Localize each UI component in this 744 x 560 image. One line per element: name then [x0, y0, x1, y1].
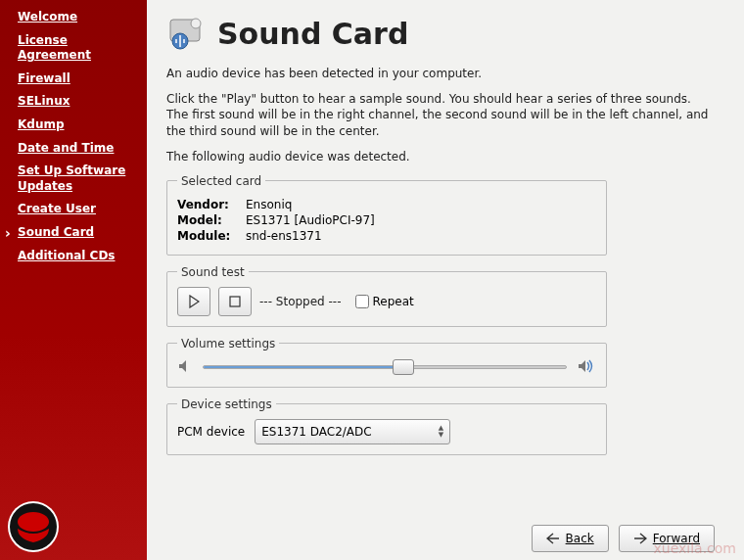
sidebar-item-welcome[interactable]: Welcome	[0, 6, 147, 29]
description-line-1: An audio device has been detected in you…	[166, 66, 715, 81]
volume-high-icon	[577, 358, 596, 377]
sound-card-icon	[166, 12, 208, 56]
stop-button[interactable]	[218, 287, 252, 316]
back-label: Back	[566, 532, 594, 545]
sidebar-item-date-time[interactable]: Date and Time	[0, 137, 147, 161]
forward-label: Forward	[653, 532, 700, 545]
page-header: Sound Card	[166, 12, 715, 56]
forward-button[interactable]: Forward	[619, 525, 715, 552]
model-value: ES1371 [AudioPCI-97]	[246, 213, 596, 227]
model-label: Model:	[177, 213, 246, 227]
module-value: snd-ens1371	[246, 229, 596, 243]
device-settings-group: Device settings PCM device ES1371 DAC2/A…	[166, 397, 607, 455]
sound-test-legend: Sound test	[177, 265, 249, 279]
play-button[interactable]	[177, 287, 210, 316]
device-legend: Device settings	[177, 397, 276, 411]
vendor-label: Vendor:	[177, 198, 246, 211]
sound-test-group: Sound test --- Stopped --- Repeat	[166, 265, 607, 327]
stop-icon	[229, 296, 241, 307]
sidebar: Welcome License Agreement Firewall SELin…	[0, 0, 147, 560]
back-button[interactable]: Back	[532, 525, 609, 552]
svg-rect-6	[230, 297, 240, 306]
sidebar-item-firewall[interactable]: Firewall	[0, 68, 147, 91]
vendor-value: Ensoniq	[246, 198, 596, 211]
module-label: Module:	[177, 229, 246, 243]
description-line-3: The following audio device was detected.	[166, 149, 715, 164]
footer-nav: Back Forward	[166, 517, 715, 552]
combo-arrows-icon: ▲▼	[439, 425, 443, 439]
volume-legend: Volume settings	[177, 337, 279, 350]
pcm-device-label: PCM device	[177, 425, 245, 439]
svg-point-5	[191, 19, 201, 28]
pcm-device-combo[interactable]: ES1371 DAC2/ADC ▲▼	[255, 419, 450, 444]
sidebar-item-selinux[interactable]: SELinux	[0, 90, 147, 114]
sidebar-item-create-user[interactable]: Create User	[0, 198, 147, 221]
page-title: Sound Card	[217, 17, 408, 51]
repeat-label: Repeat	[373, 295, 414, 308]
arrow-right-icon	[633, 533, 647, 544]
volume-low-icon	[177, 358, 193, 377]
volume-slider[interactable]	[203, 365, 567, 369]
volume-settings-group: Volume settings	[166, 337, 607, 388]
play-icon	[188, 295, 200, 308]
svg-point-2	[18, 512, 49, 532]
main-content: Sound Card An audio device has been dete…	[147, 0, 744, 560]
sound-test-status: --- Stopped ---	[259, 295, 342, 308]
arrow-left-icon	[546, 533, 560, 544]
description-line-2: Click the "Play" button to hear a sample…	[166, 91, 715, 139]
sidebar-item-license[interactable]: License Agreement	[0, 29, 147, 68]
sidebar-item-sound-card[interactable]: Sound Card	[0, 221, 147, 245]
volume-slider-thumb[interactable]	[393, 359, 414, 375]
sidebar-item-software-updates[interactable]: Set Up Software Updates	[0, 160, 147, 198]
selected-card-legend: Selected card	[177, 174, 265, 188]
sidebar-item-kdump[interactable]: Kdump	[0, 114, 147, 137]
pcm-device-value: ES1371 DAC2/ADC	[261, 425, 371, 439]
redhat-logo-icon	[6, 499, 61, 554]
sidebar-item-additional-cds[interactable]: Additional CDs	[0, 245, 147, 268]
volume-slider-fill	[204, 366, 403, 368]
repeat-checkbox[interactable]	[355, 295, 369, 308]
repeat-checkbox-wrap[interactable]: Repeat	[355, 295, 414, 308]
selected-card-group: Selected card Vendor: Ensoniq Model: ES1…	[166, 174, 607, 256]
